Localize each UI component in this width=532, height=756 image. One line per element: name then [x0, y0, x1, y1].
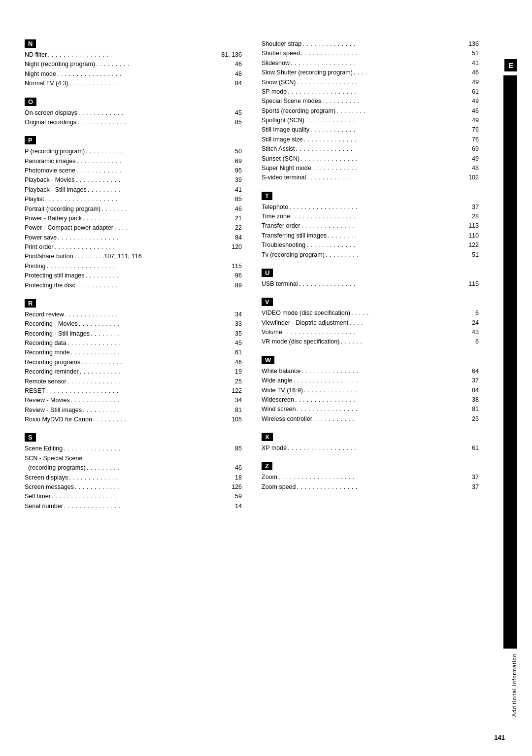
section-o: O On-screen displays . . . . . . . . . .… [25, 98, 242, 128]
list-item: Still image quality . . . . . . . . . . … [262, 125, 479, 135]
list-item: Playback - Still images . . . . . . . . … [25, 185, 242, 195]
list-item: Stitch Assist . . . . . . . . . . . . . … [262, 144, 479, 154]
list-item: White balance . . . . . . . . . . . . . … [262, 367, 479, 376]
section-header-v: V [262, 298, 273, 306]
section-header-n: N [25, 39, 36, 48]
list-item: Recording programs . . . . . . . . . . .… [25, 358, 242, 367]
list-item: Normal TV (4:3) . . . . . . . . . . . . … [25, 79, 242, 88]
list-item: Recording data . . . . . . . . . . . . .… [25, 339, 242, 348]
list-item: Wide TV (16:9) . . . . . . . . . . . . .… [262, 386, 479, 395]
list-item: Panoramic images . . . . . . . . . . . .… [25, 157, 242, 166]
list-item: Serial number . . . . . . . . . . . . . … [25, 502, 242, 511]
list-item: VR mode (disc specification) . . . . . .… [262, 337, 479, 346]
list-item: VIDEO mode (disc specification) . . . . … [262, 309, 479, 318]
list-item: Night mode . . . . . . . . . . . . . . .… [25, 69, 242, 79]
list-item: Power - Compact power adapter . . . . 22 [25, 223, 242, 233]
list-item: Shutter speed . . . . . . . . . . . . . … [262, 49, 479, 58]
list-item: Wind screen . . . . . . . . . . . . . . … [262, 405, 479, 414]
list-item: Night (recording program) . . . . . . . … [25, 60, 242, 69]
list-item: Spotlight (SCN) . . . . . . . . . . . . … [262, 116, 479, 125]
list-item: Remote sensor . . . . . . . . . . . . . … [25, 377, 242, 386]
section-z: Z Zoom . . . . . . . . . . . . . . . . .… [262, 462, 479, 492]
list-item: Power save . . . . . . . . . . . . . . .… [25, 233, 242, 242]
page-number: 141 [494, 734, 505, 741]
section-p: P P (recording program) . . . . . . . . … [25, 136, 242, 290]
list-item: Wireless controller . . . . . . . . . . … [262, 414, 479, 424]
sidebar-additional-information: Additional Information [511, 649, 517, 717]
list-item: On-screen displays . . . . . . . . . . .… [25, 108, 242, 118]
list-item: Protecting still images . . . . . . . . … [25, 271, 242, 280]
section-u: U USB terminal . . . . . . . . . . . . .… [262, 269, 479, 289]
right-sidebar: E Additional Information [499, 39, 517, 717]
list-item: XP mode . . . . . . . . . . . . . . . . … [262, 444, 479, 453]
section-x: X XP mode . . . . . . . . . . . . . . . … [262, 433, 479, 453]
section-header-r: R [25, 299, 36, 308]
list-item: (recording programs) . . . . . . . . . 4… [25, 463, 242, 473]
section-header-z: Z [262, 462, 272, 470]
section-r: R Record review . . . . . . . . . . . . … [25, 299, 242, 425]
list-item: Transferring still images . . . . . . . … [262, 231, 479, 241]
section-header-w: W [262, 356, 274, 364]
section-n: N ND filter . . . . . . . . . . . . . . … [25, 39, 242, 89]
list-item: Special Scene modes . . . . . . . . . . … [262, 97, 479, 106]
section-header-p: P [25, 136, 36, 144]
section-header-t: T [262, 192, 272, 200]
list-item: Recording - Movies . . . . . . . . . . .… [25, 319, 242, 329]
list-item: Print/share button . . . . . . . . .107,… [25, 252, 242, 261]
list-item: SCN - Special Scene [25, 454, 242, 463]
list-item: RESET . . . . . . . . . . . . . . . . . … [25, 386, 242, 396]
list-item: Slideshow . . . . . . . . . . . . . . . … [262, 59, 479, 68]
section-t: T Telephoto . . . . . . . . . . . . . . … [262, 192, 479, 260]
list-item: Viewfinder - Dioptric adjustment . . . .… [262, 318, 479, 328]
list-item: Record review . . . . . . . . . . . . . … [25, 310, 242, 319]
section-header-o: O [25, 98, 36, 106]
list-item: Transfer order . . . . . . . . . . . . .… [262, 221, 479, 231]
list-item: S-video terminal . . . . . . . . . . . .… [262, 173, 479, 182]
list-item: Time zone . . . . . . . . . . . . . . . … [262, 212, 479, 221]
list-item: Playback - Movies . . . . . . . . . . . … [25, 175, 242, 185]
sidebar-letter-e: E [504, 59, 517, 71]
list-item: Sunset (SCN) . . . . . . . . . . . . . .… [262, 154, 479, 164]
section-header-x: X [262, 433, 273, 441]
section-header-s: S [25, 433, 36, 442]
section-header-u: U [262, 269, 273, 277]
list-item: Screen displays . . . . . . . . . . . . … [25, 473, 242, 482]
list-item: Scene Editing . . . . . . . . . . . . . … [25, 444, 242, 453]
list-item: Print order . . . . . . . . . . . . . . … [25, 242, 242, 252]
list-item: Snow (SCN) . . . . . . . . . . . . . . .… [262, 78, 479, 87]
list-item: Screen messages . . . . . . . . . . . . … [25, 482, 242, 492]
list-item: Recording mode . . . . . . . . . . . . .… [25, 348, 242, 357]
list-item: P (recording program) . . . . . . . . . … [25, 147, 242, 156]
list-item: Zoom . . . . . . . . . . . . . . . . . .… [262, 473, 479, 482]
list-item: Widescreen . . . . . . . . . . . . . . .… [262, 395, 479, 405]
list-item: Printing . . . . . . . . . . . . . . . .… [25, 262, 242, 271]
section-s: S Scene Editing . . . . . . . . . . . . … [25, 433, 242, 511]
list-item: Troubleshooting . . . . . . . . . . . . … [262, 241, 479, 250]
section-s-continued: Shoulder strap . . . . . . . . . . . . .… [262, 39, 479, 183]
list-item: Photomovie scene . . . . . . . . . . . .… [25, 166, 242, 175]
right-column: Shoulder strap . . . . . . . . . . . . .… [262, 39, 479, 717]
list-item: Portrait (recording program) . . . . . .… [25, 205, 242, 214]
list-item: Review - Still images . . . . . . . . . … [25, 406, 242, 415]
list-item: Protecting the disc . . . . . . . . . . … [25, 281, 242, 290]
list-item: Telephoto . . . . . . . . . . . . . . . … [262, 203, 479, 212]
list-item: Shoulder strap . . . . . . . . . . . . .… [262, 39, 479, 49]
list-item: Review - Movies . . . . . . . . . . . . … [25, 396, 242, 405]
list-item: Slow Shutter (recording program) . . . .… [262, 68, 479, 77]
list-item: Recording reminder . . . . . . . . . . .… [25, 367, 242, 377]
list-item: Sports (recording program) . . . . . . .… [262, 106, 479, 116]
left-column: N ND filter . . . . . . . . . . . . . . … [25, 39, 242, 717]
list-item: Still image size . . . . . . . . . . . .… [262, 135, 479, 144]
list-item: Playlist . . . . . . . . . . . . . . . .… [25, 195, 242, 204]
list-item: Volume . . . . . . . . . . . . . . . . .… [262, 328, 479, 337]
section-v: V VIDEO mode (disc specification) . . . … [262, 298, 479, 347]
list-item: Original recordings . . . . . . . . . . … [25, 118, 242, 127]
list-item: Self timer . . . . . . . . . . . . . . .… [25, 492, 242, 501]
list-item: Wide angle . . . . . . . . . . . . . . .… [262, 376, 479, 385]
list-item: SP mode . . . . . . . . . . . . . . . . … [262, 87, 479, 97]
sidebar-black-bar [503, 75, 517, 649]
list-item: Power - Battery pack . . . . . . . . . .… [25, 214, 242, 223]
list-item: Tv (recording program) . . . . . . . . .… [262, 250, 479, 260]
list-item: ND filter . . . . . . . . . . . . . . . … [25, 50, 242, 60]
list-item: Super Night mode . . . . . . . . . . . .… [262, 164, 479, 173]
